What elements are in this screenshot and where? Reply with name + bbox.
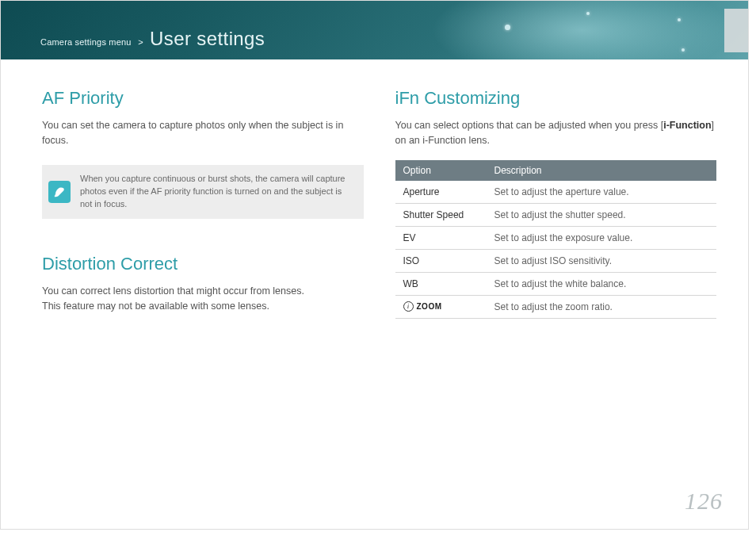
sparkle-dot — [678, 18, 681, 21]
option-description: Set to adjust the shutter speed. — [487, 203, 717, 226]
section-title-distortion-correct: Distortion Correct — [42, 254, 364, 274]
ifn-intro: You can select options that can be adjus… — [395, 118, 717, 149]
option-name: Shutter Speed — [395, 203, 487, 226]
table-row: EV Set to adjust the exposure value. — [395, 226, 717, 249]
option-name: WB — [395, 272, 487, 295]
section-title-af-priority: AF Priority — [42, 88, 364, 109]
option-description: Set to adjust ISO sensitivity. — [487, 249, 717, 272]
pen-icon — [48, 181, 71, 203]
zoom-label: ZOOM — [417, 302, 442, 311]
breadcrumb-separator: > — [135, 37, 146, 47]
option-description: Set to adjust the zoom ratio. — [487, 295, 717, 318]
i-zoom-icon: i ZOOM — [403, 301, 479, 312]
breadcrumb: Camera settings menu > User settings — [40, 28, 265, 50]
page-number: 126 — [685, 488, 723, 515]
distortion-body-line2: This feature may not be available with s… — [42, 299, 364, 314]
header-bar: Camera settings menu > User settings — [1, 1, 748, 59]
th-option: Option — [395, 160, 487, 181]
content-area: AF Priority You can set the camera to ca… — [1, 59, 748, 319]
option-name: EV — [395, 226, 487, 249]
sparkle-dot — [586, 12, 590, 15]
left-column: AF Priority You can set the camera to ca… — [42, 88, 364, 319]
th-description: Description — [487, 160, 717, 181]
note-box: When you capture continuous or burst sho… — [42, 165, 364, 219]
option-description: Set to adjust the exposure value. — [487, 226, 717, 249]
breadcrumb-current: User settings — [150, 28, 265, 49]
right-column: iFn Customizing You can select options t… — [395, 88, 717, 319]
sparkle-dot — [505, 25, 510, 30]
sparkle-dot — [682, 48, 685, 52]
ifn-options-table: Option Description Aperture Set to adjus… — [395, 160, 717, 319]
distortion-body-line1: You can correct lens distortion that mig… — [42, 284, 364, 299]
side-tab — [724, 9, 748, 52]
table-row: Aperture Set to adjust the aperture valu… — [395, 181, 717, 204]
af-priority-body: You can set the camera to capture photos… — [42, 118, 364, 149]
table-row: Shutter Speed Set to adjust the shutter … — [395, 203, 717, 226]
page-frame: Camera settings menu > User settings AF … — [0, 0, 749, 530]
option-name-zoom: i ZOOM — [395, 295, 487, 318]
breadcrumb-parent: Camera settings menu — [40, 37, 132, 47]
option-name: Aperture — [395, 181, 487, 204]
table-row: i ZOOM Set to adjust the zoom ratio. — [395, 295, 717, 318]
option-description: Set to adjust the aperture value. — [487, 181, 717, 204]
ifn-intro-pre: You can select options that can be adjus… — [395, 120, 664, 131]
table-row: ISO Set to adjust ISO sensitivity. — [395, 249, 717, 272]
note-text: When you capture continuous or burst sho… — [77, 165, 364, 219]
option-name: ISO — [395, 249, 487, 272]
option-description: Set to adjust the white balance. — [487, 272, 717, 295]
note-icon-container — [42, 165, 77, 219]
circled-i-icon: i — [403, 301, 414, 312]
section-title-ifn: iFn Customizing — [395, 88, 717, 109]
table-header-row: Option Description — [395, 160, 717, 181]
ifn-intro-bold: i-Function — [663, 120, 711, 131]
table-row: WB Set to adjust the white balance. — [395, 272, 717, 295]
